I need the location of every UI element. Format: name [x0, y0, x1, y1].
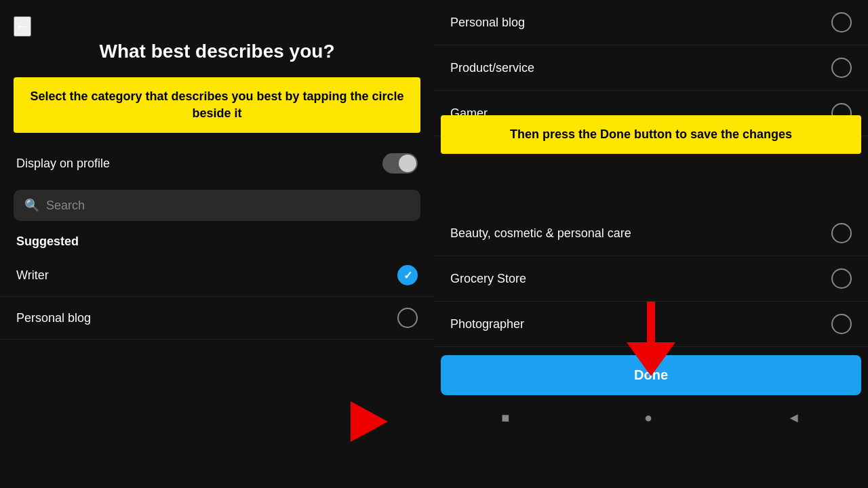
radio-personal-blog-left[interactable]	[397, 308, 418, 328]
category-writer-label: Writer	[16, 268, 49, 283]
category-product-service[interactable]: Product/service	[434, 45, 868, 91]
radio-product-service[interactable]	[831, 58, 852, 78]
category-personal-blog-label: Personal blog	[450, 16, 525, 30]
category-product-service-label: Product/service	[450, 61, 534, 75]
callout-left-text: Select the category that describes you b…	[30, 89, 403, 120]
toggle-knob	[399, 155, 416, 172]
callout-right-text: Then press the Done button to save the c…	[510, 127, 792, 141]
display-on-profile-row: Display on profile	[0, 142, 434, 184]
bottom-nav: ■ ● ◄	[434, 403, 868, 432]
search-placeholder-text: Search	[46, 199, 85, 213]
red-arrow-down	[627, 302, 675, 376]
left-header: What best describes you?	[0, 0, 434, 70]
back-button[interactable]: ←	[14, 16, 31, 37]
radio-beauty[interactable]	[831, 223, 852, 243]
category-grocery[interactable]: Grocery Store	[434, 256, 868, 302]
search-icon: 🔍	[24, 198, 39, 213]
category-writer[interactable]: Writer	[0, 254, 434, 297]
category-personal-blog-left-label: Personal blog	[16, 311, 91, 325]
suggested-label: Suggested	[0, 226, 434, 254]
category-personal-blog-left[interactable]: Personal blog	[0, 297, 434, 340]
red-arrow-right	[351, 401, 388, 442]
arrow-shaft	[647, 302, 655, 342]
radio-writer[interactable]	[397, 265, 418, 285]
nav-back-icon[interactable]: ◄	[787, 410, 801, 426]
right-panel: Personal blog Product/service Gamer Then…	[434, 0, 868, 488]
nav-square-icon[interactable]: ■	[501, 410, 509, 426]
radio-photographer[interactable]	[831, 314, 852, 334]
main-title: What best describes you?	[20, 41, 414, 62]
radio-grocery[interactable]	[831, 268, 852, 289]
category-grocery-label: Grocery Store	[450, 272, 526, 286]
search-bar[interactable]: 🔍 Search	[14, 190, 420, 221]
nav-circle-icon[interactable]: ●	[644, 410, 652, 426]
callout-right: Then press the Done button to save the c…	[441, 115, 861, 154]
category-beauty-label: Beauty, cosmetic & personal care	[450, 226, 631, 241]
radio-personal-blog[interactable]	[831, 12, 852, 33]
display-toggle[interactable]	[382, 153, 418, 174]
left-panel: ← What best describes you? Select the ca…	[0, 0, 434, 488]
category-beauty[interactable]: Beauty, cosmetic & personal care	[434, 211, 868, 256]
callout-left: Select the category that describes you b…	[14, 77, 420, 133]
display-on-profile-label: Display on profile	[16, 157, 110, 171]
arrow-head	[627, 342, 675, 376]
category-personal-blog[interactable]: Personal blog	[434, 0, 868, 45]
category-photographer-label: Photographer	[450, 317, 524, 331]
